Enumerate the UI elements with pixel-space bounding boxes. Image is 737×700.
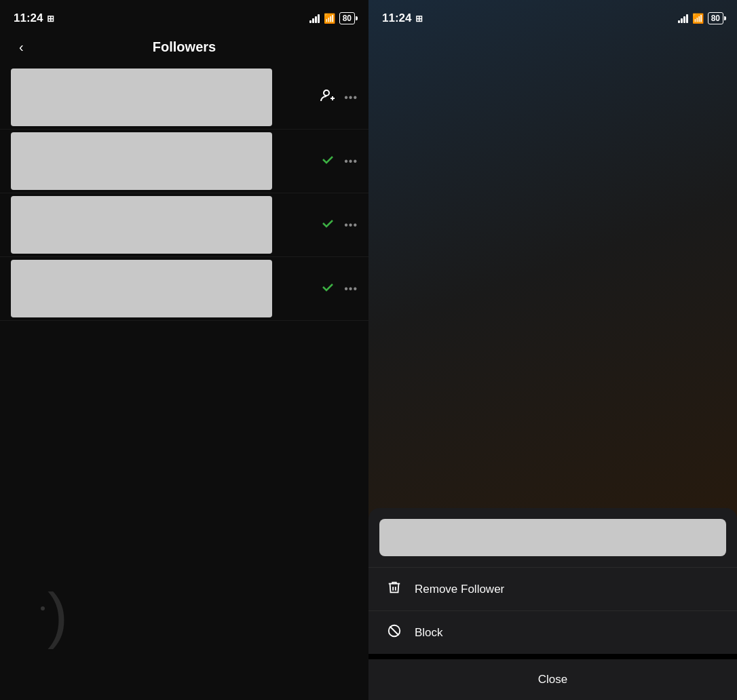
following-check-icon[interactable] — [320, 279, 336, 298]
status-bar-right: 11:24 ⊞ 📶 80 — [368, 0, 737, 34]
follower-actions: ••• — [320, 88, 358, 107]
time-right: 11:24 ⊞ — [382, 12, 423, 25]
remove-follower-label: Remove Follower — [415, 583, 504, 596]
follower-actions: ••• — [320, 279, 358, 298]
wifi-icon: 📶 — [692, 13, 704, 24]
back-button[interactable]: ‹ — [14, 37, 29, 58]
followers-list: ••• ••• — [0, 66, 368, 321]
more-options-button[interactable]: ••• — [344, 283, 358, 295]
follower-avatar-placeholder — [11, 132, 272, 190]
more-options-button[interactable]: ••• — [344, 219, 358, 231]
battery-icon: 80 — [708, 12, 723, 24]
context-menu-overlay: 11:24 ⊞ 📶 80 — [368, 0, 737, 700]
more-options-button[interactable]: ••• — [344, 92, 358, 104]
follower-row: ••• — [0, 257, 368, 321]
status-icons-left: 📶 80 — [309, 12, 355, 24]
block-button[interactable]: Block — [368, 610, 737, 654]
signal-icon — [678, 14, 688, 23]
more-options-button[interactable]: ••• — [344, 155, 358, 168]
follower-avatar-placeholder — [11, 196, 272, 254]
follower-avatar-placeholder — [11, 69, 272, 126]
close-button[interactable]: Close — [368, 659, 737, 700]
block-label: Block — [415, 626, 443, 640]
follower-actions: ••• — [320, 215, 358, 235]
close-label: Close — [538, 673, 567, 686]
bottom-decoration: ) — [41, 585, 68, 646]
following-check-icon[interactable] — [320, 151, 336, 171]
follower-actions: ••• — [320, 151, 358, 171]
trash-icon — [385, 580, 404, 598]
follower-avatar-placeholder — [11, 260, 272, 317]
follower-row: ••• — [0, 130, 368, 193]
svg-line-4 — [390, 627, 399, 636]
nav-header: ‹ Followers — [0, 34, 368, 66]
add-follow-button[interactable] — [320, 88, 336, 107]
following-check-icon[interactable] — [320, 215, 336, 235]
svg-point-0 — [324, 90, 329, 96]
time-left: 11:24 ⊞ — [14, 12, 54, 25]
remove-follower-button[interactable]: Remove Follower — [368, 567, 737, 610]
wifi-icon: 📶 — [324, 13, 335, 24]
follower-row: ••• — [0, 193, 368, 257]
menu-divider — [368, 654, 737, 659]
context-menu-sheet: Remove Follower Block Close — [368, 508, 737, 700]
followers-screen: 11:24 ⊞ 📶 80 ‹ Followers — [0, 0, 368, 700]
status-bar-left: 11:24 ⊞ 📶 80 — [0, 0, 368, 34]
page-title: Followers — [153, 39, 216, 55]
status-icons-right: 📶 80 — [678, 12, 723, 24]
battery-icon: 80 — [339, 12, 355, 24]
signal-icon — [309, 14, 320, 23]
context-user-card — [379, 519, 726, 556]
follower-row: ••• — [0, 66, 368, 130]
block-icon — [385, 623, 404, 642]
